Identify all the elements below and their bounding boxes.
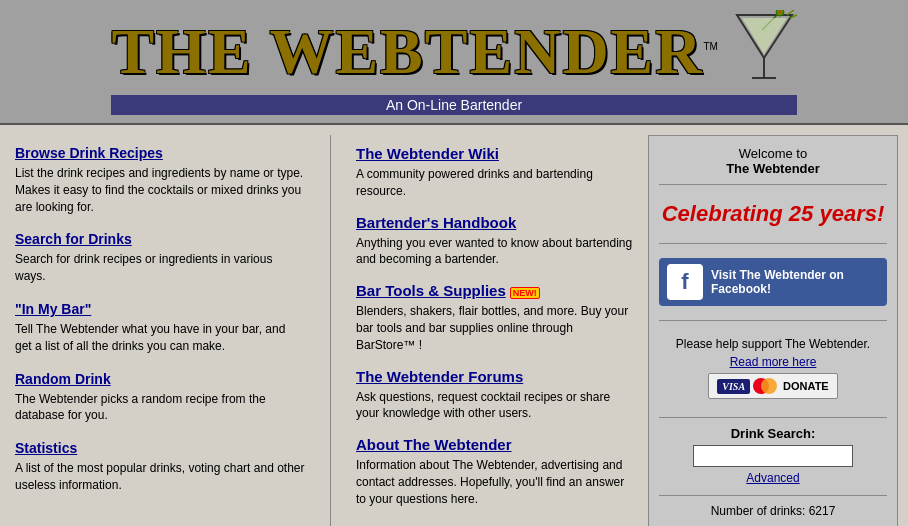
- facebook-box[interactable]: f Visit The Webtender on Facebook!: [659, 258, 887, 306]
- browse-link[interactable]: Browse Drink Recipes: [15, 145, 163, 161]
- new-badge: NEW!: [510, 287, 540, 299]
- trademark: TM: [704, 41, 718, 52]
- right-panel: Welcome to The Webtender Celebrating 25 …: [648, 135, 898, 526]
- advanced-link[interactable]: Advanced: [746, 471, 799, 485]
- header: THE WEBTENDERTM An On-Line Bartender: [0, 0, 908, 125]
- handbook-section: Bartender's Handbook Anything you ever w…: [356, 214, 633, 269]
- donate-label: DONATE: [783, 380, 829, 392]
- search-section: Search for Drinks Search for drink recip…: [15, 231, 305, 285]
- panel-divider-3: [659, 320, 887, 321]
- wiki-link[interactable]: The Webtender Wiki: [356, 145, 499, 162]
- main-content: Browse Drink Recipes List the drink reci…: [0, 125, 908, 526]
- wiki-desc: A community powered drinks and bartendin…: [356, 166, 633, 200]
- handbook-link[interactable]: Bartender's Handbook: [356, 214, 516, 231]
- panel-divider-1: [659, 184, 887, 185]
- about-desc: Information about The Webtender, adverti…: [356, 457, 633, 507]
- wiki-section: The Webtender Wiki A community powered d…: [356, 145, 633, 200]
- about-link[interactable]: About The Webtender: [356, 436, 512, 453]
- statistics-desc: A list of the most popular drinks, votin…: [15, 460, 305, 494]
- forums-link[interactable]: The Webtender Forums: [356, 368, 523, 385]
- bartools-desc: Blenders, shakers, flair bottles, and mo…: [356, 303, 633, 353]
- site-title: THE WEBTENDER: [111, 15, 703, 89]
- bartools-link[interactable]: Bar Tools & Supplies: [356, 282, 506, 299]
- svg-point-5: [778, 11, 781, 14]
- drink-search-input[interactable]: [693, 445, 853, 467]
- random-desc: The Webtender picks a random recipe from…: [15, 391, 305, 425]
- forums-desc: Ask questions, request cocktail recipes …: [356, 389, 633, 423]
- celebrate-text: Celebrating 25 years!: [662, 201, 885, 227]
- drink-count: Number of drinks: 6217: [659, 495, 887, 518]
- welcome-name: The Webtender: [726, 161, 820, 176]
- welcome-line1: Welcome to: [739, 146, 807, 161]
- statistics-section: Statistics A list of the most popular dr…: [15, 440, 305, 494]
- header-subtitle: An On-Line Bartender: [111, 95, 796, 115]
- drink-count-value: 6217: [809, 504, 836, 518]
- panel-divider-2: [659, 243, 887, 244]
- search-desc: Search for drink recipes or ingredients …: [15, 251, 305, 285]
- statistics-link[interactable]: Statistics: [15, 440, 77, 456]
- random-link[interactable]: Random Drink: [15, 371, 111, 387]
- visa-icon: VISA: [717, 379, 750, 394]
- left-column: Browse Drink Recipes List the drink reci…: [10, 135, 320, 526]
- inmybar-desc: Tell The Webtender what you have in your…: [15, 321, 305, 355]
- about-section: About The Webtender Information about Th…: [356, 436, 633, 507]
- bartools-section: Bar Tools & SuppliesNEW! Blenders, shake…: [356, 282, 633, 353]
- inmybar-section: "In My Bar" Tell The Webtender what you …: [15, 301, 305, 355]
- inmybar-link[interactable]: "In My Bar": [15, 301, 91, 317]
- facebook-text: Visit The Webtender on Facebook!: [711, 268, 879, 296]
- handbook-desc: Anything you ever wanted to know about b…: [356, 235, 633, 269]
- svg-marker-6: [742, 18, 787, 54]
- browse-section: Browse Drink Recipes List the drink reci…: [15, 145, 305, 215]
- forums-section: The Webtender Forums Ask questions, requ…: [356, 368, 633, 423]
- martini-glass-icon: [732, 10, 797, 93]
- middle-column: The Webtender Wiki A community powered d…: [341, 135, 648, 526]
- search-link[interactable]: Search for Drinks: [15, 231, 132, 247]
- random-section: Random Drink The Webtender picks a rando…: [15, 371, 305, 425]
- donate-button[interactable]: VISA DONATE: [708, 373, 837, 399]
- drink-search-label: Drink Search:: [731, 426, 816, 441]
- facebook-icon: f: [667, 264, 703, 300]
- mastercard-icon: [753, 378, 777, 394]
- support-text: Please help support The Webtender.: [676, 337, 870, 351]
- column-divider: [330, 135, 331, 526]
- browse-desc: List the drink recipes and ingredients b…: [15, 165, 305, 215]
- read-more-link[interactable]: Read more here: [730, 355, 817, 369]
- drink-count-label: Number of drinks:: [711, 504, 806, 518]
- panel-divider-4: [659, 417, 887, 418]
